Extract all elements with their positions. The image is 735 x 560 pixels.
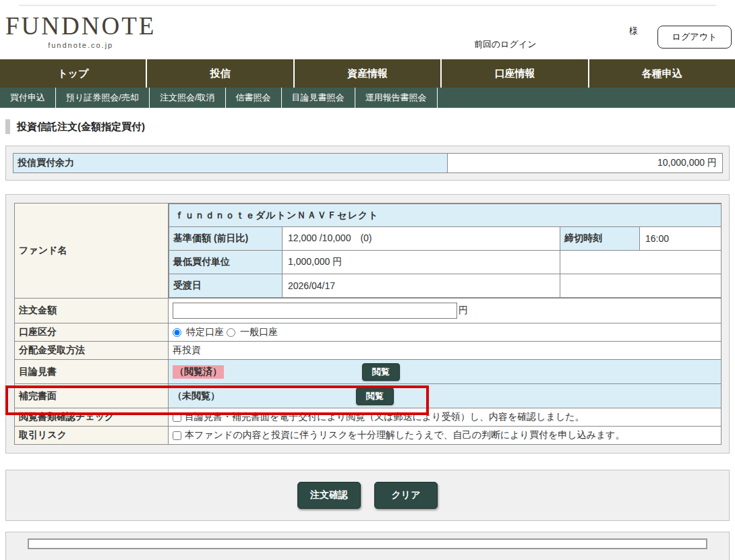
empty-cell (560, 274, 722, 298)
order-confirm-button[interactable]: 注文確認 (297, 482, 361, 509)
order-form-panel: ファンド名 ｆｕｎｄｎｏｔｅダルトンＮＡＶＦセレクト 基準価額 (前日比) 12… (5, 194, 730, 454)
subnav-item-report-inquiry[interactable]: 運用報告書照会 (355, 88, 438, 108)
settlement-date-label: 受渡日 (169, 274, 283, 298)
trade-risk-text: 本ファンドの内容と投資に伴うリスクを十分理解したうえで、自己の判断により買付を申… (185, 429, 625, 441)
trade-risk-checkbox[interactable] (173, 431, 181, 440)
buying-power-table: 投信買付余力 10,000,000 円 (13, 153, 723, 173)
order-amount-input[interactable] (173, 303, 457, 319)
buying-power-panel: 投信買付余力 10,000,000 円 (5, 146, 730, 181)
doc-confirm-checkbox[interactable] (173, 413, 181, 422)
table-row: ｆｕｎｄｎｏｔｅダルトンＮＡＶＦセレクト (169, 204, 722, 227)
buying-power-value: 10,000,000 円 (448, 154, 723, 173)
empty-cell (560, 251, 722, 274)
supplement-doc-label: 補完書面 (15, 384, 169, 408)
table-row: ファンド名 ｆｕｎｄｎｏｔｅダルトンＮＡＶＦセレクト 基準価額 (前日比) 12… (15, 204, 722, 299)
order-amount-cell: 円 (169, 299, 722, 323)
supplement-doc-cell: （未閲覧）閲覧 (169, 384, 722, 408)
nav-tab-account[interactable]: 口座情報 (440, 59, 587, 88)
header: FUNDNOTE fundnote.co.jp 前回のログイン 様 ログアウト (0, 6, 735, 59)
last-login-label: 前回のログイン (474, 38, 537, 51)
account-type-option-specific[interactable]: 特定口座 (186, 326, 224, 338)
table-row: 受渡日 2026/04/17 (169, 274, 722, 298)
nav-tab-toushin[interactable]: 投信 (146, 59, 293, 88)
doc-confirm-text: 目論見書・補完書面を電子交付により閲覧（又は郵送により受領）し、内容を確認しまし… (185, 411, 585, 423)
title-accent-bar (5, 119, 10, 134)
order-amount-unit: 円 (459, 305, 468, 315)
account-type-cell: 特定口座 一般口座 (169, 323, 722, 342)
sub-navigation: 買付申込 預り証券照会/売却 注文照会/取消 信書照会 目論見書照会 運用報告書… (0, 88, 735, 108)
doc-confirm-check-label: 閲覧書類確認チェック (15, 408, 169, 427)
table-row: 補完書面 （未閲覧）閲覧 (15, 384, 722, 408)
buying-power-label: 投信買付余力 (13, 154, 448, 173)
table-row: 取引リスク 本ファンドの内容と投資に伴うリスクを十分理解したうえで、自己の判断に… (15, 427, 722, 445)
user-name-suffix: 様 (629, 25, 638, 37)
page-title-row: 投資信託注文(金額指定買付) (5, 119, 735, 135)
table-row: 投信買付余力 10,000,000 円 (13, 154, 723, 173)
order-amount-label: 注文金額 (15, 299, 169, 323)
page-title: 投資信託注文(金額指定買付) (17, 121, 145, 133)
doc-confirm-check-cell: 目論見書・補完書面を電子交付により閲覧（又は郵送により受領）し、内容を確認しまし… (169, 408, 722, 427)
deadline-label: 締切時刻 (560, 227, 640, 251)
dividend-method-value: 再投資 (169, 342, 722, 360)
subnav-item-letter-inquiry[interactable]: 信書照会 (226, 88, 282, 108)
prospectus-view-button[interactable]: 閲覧 (362, 363, 400, 381)
main-navigation: トップ 投信 資産情報 口座情報 各種申込 (0, 59, 735, 88)
deadline-value: 16:00 (640, 227, 722, 251)
fund-name-value: ｆｕｎｄｎｏｔｅダルトンＮＡＶＦセレクト (169, 204, 722, 227)
nav-tab-assets[interactable]: 資産情報 (293, 59, 440, 88)
account-type-option-general[interactable]: 一般口座 (240, 326, 278, 338)
supplement-view-button[interactable]: 閲覧 (356, 387, 394, 405)
footer-message-box (28, 538, 707, 549)
action-buttons-panel: 注文確認 クリア (5, 470, 730, 521)
table-row: 分配金受取方法 再投資 (15, 342, 722, 360)
table-row: 目論見書 （閲覧済）閲覧 (15, 360, 722, 384)
nav-price-value: 12,000 /10,000 (0) (283, 227, 560, 251)
subnav-item-holdings-sell[interactable]: 預り証券照会/売却 (56, 88, 150, 108)
dividend-method-label: 分配金受取方法 (15, 342, 169, 360)
logo-title: FUNDNOTE (5, 13, 156, 40)
trade-risk-label: 取引リスク (15, 427, 169, 445)
account-type-label: 口座区分 (15, 323, 169, 342)
table-row: 最低買付単位 1,000,000 円 (169, 251, 722, 274)
prospectus-label: 目論見書 (15, 360, 169, 384)
logo-subtitle: fundnote.co.jp (5, 41, 156, 49)
settlement-date-value: 2026/04/17 (283, 274, 560, 298)
table-row: 注文金額 円 (15, 299, 722, 323)
fund-info-table: ｆｕｎｄｎｏｔｅダルトンＮＡＶＦセレクト 基準価額 (前日比) 12,000 /… (169, 204, 722, 298)
order-form-table: ファンド名 ｆｕｎｄｎｏｔｅダルトンＮＡＶＦセレクト 基準価額 (前日比) 12… (14, 203, 722, 445)
trade-risk-cell: 本ファンドの内容と投資に伴うリスクを十分理解したうえで、自己の判断により買付を申… (169, 427, 722, 445)
table-row: 口座区分 特定口座 一般口座 (15, 323, 722, 342)
supplement-doc-status: （未閲覧） (173, 390, 356, 402)
table-row: 閲覧書類確認チェック 目論見書・補完書面を電子交付により閲覧（又は郵送により受領… (15, 408, 722, 427)
fundnote-logo: FUNDNOTE fundnote.co.jp (5, 13, 156, 49)
subnav-item-prospectus-inquiry[interactable]: 目論見書照会 (282, 88, 355, 108)
fund-name-label: ファンド名 (15, 204, 169, 299)
subnav-item-order-inquiry-cancel[interactable]: 注文照会/取消 (150, 88, 226, 108)
table-row: 基準価額 (前日比) 12,000 /10,000 (0) 締切時刻 16:00 (169, 227, 722, 251)
nav-tab-top[interactable]: トップ (0, 59, 146, 88)
clear-button[interactable]: クリア (374, 482, 438, 509)
account-type-radio-specific[interactable] (173, 328, 181, 337)
prospectus-cell: （閲覧済）閲覧 (169, 360, 722, 384)
min-unit-value: 1,000,000 円 (283, 251, 560, 274)
account-type-radio-general[interactable] (227, 328, 235, 337)
fund-info-cell: ｆｕｎｄｎｏｔｅダルトンＮＡＶＦセレクト 基準価額 (前日比) 12,000 /… (169, 204, 722, 299)
min-unit-label: 最低買付単位 (169, 251, 283, 274)
subnav-item-buy-application[interactable]: 買付申込 (0, 88, 56, 108)
footer-panel (5, 532, 730, 560)
nav-price-label: 基準価額 (前日比) (169, 227, 283, 251)
logout-button[interactable]: ログアウト (657, 26, 732, 49)
prospectus-status: （閲覧済） (173, 365, 224, 379)
nav-tab-applications[interactable]: 各種申込 (588, 59, 735, 88)
